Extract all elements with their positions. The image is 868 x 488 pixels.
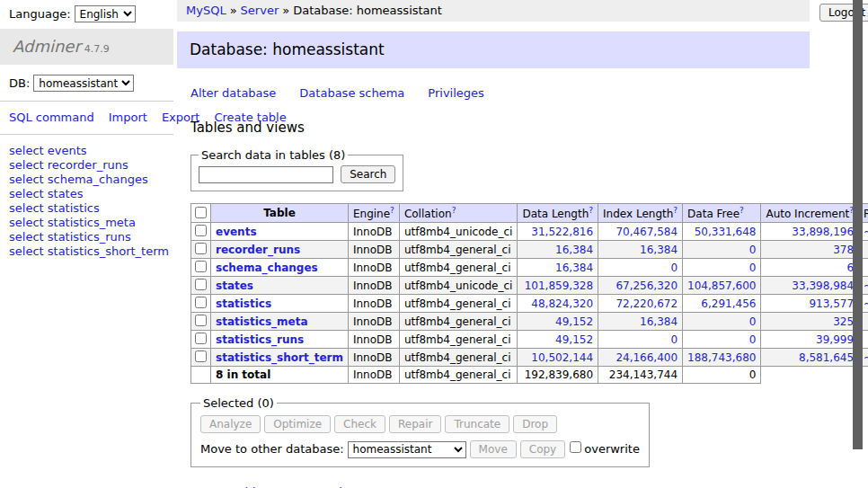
help-link[interactable]: ? — [390, 206, 394, 215]
database-action-link[interactable]: Database schema — [299, 86, 404, 100]
search-button[interactable]: Search — [341, 165, 395, 183]
scrollbar-thumb[interactable] — [853, 0, 863, 449]
check-button[interactable]: Check — [334, 415, 385, 433]
table-name-link[interactable]: statistics_short_term — [216, 351, 343, 364]
sidebar-select-table-link[interactable]: select schema_changes — [9, 173, 163, 187]
data-length-cell: 49,152 — [518, 331, 598, 349]
data-free-cell: 6,291,456 — [683, 295, 761, 313]
sidebar-select-table-link[interactable]: select statistics_short_term — [9, 244, 163, 259]
total-row: 8 in totalInnoDButf8mb4_general_ci192,83… — [191, 367, 868, 384]
collation-cell: utf8mb4_general_ci — [399, 313, 518, 331]
index-length-cell: 16,384 — [598, 313, 683, 331]
language-label: Language: — [9, 7, 71, 21]
database-action-link[interactable]: Alter database — [190, 86, 276, 100]
column-header-auto-increment: Auto Increment? — [761, 204, 859, 223]
db-select[interactable]: homeassistant — [33, 75, 134, 92]
help-link[interactable]: ? — [740, 206, 744, 215]
column-header-label: Auto Increment — [766, 208, 849, 220]
engine-cell: InnoDB — [348, 313, 399, 331]
sidebar-select-table-link[interactable]: select states — [9, 187, 163, 201]
selected-buttons-row: AnalyzeOptimizeCheckRepairTruncateDrop — [200, 415, 640, 433]
engine-cell: InnoDB — [348, 223, 399, 241]
optimize-button[interactable]: Optimize — [264, 415, 331, 433]
table-name-cell: statistics_runs — [211, 331, 349, 349]
sidebar-select-table-link[interactable]: select statistics — [9, 201, 163, 216]
row-checkbox[interactable] — [195, 279, 207, 290]
table-name-cell: statistics — [211, 295, 349, 313]
collation-cell: utf8mb4_unicode_ci — [399, 223, 518, 241]
auto-increment-cell: 33,898,196 — [761, 223, 859, 241]
total-label-cell: 8 in total — [211, 367, 349, 384]
data-length-cell: 49,152 — [518, 313, 598, 331]
auto-increment-cell: 8,581,645 — [761, 349, 859, 367]
table-name-link[interactable]: recorder_runs — [216, 244, 300, 256]
total-blank-cell — [761, 367, 859, 384]
engine-cell: InnoDB — [348, 349, 399, 367]
data-length-cell: 101,859,328 — [518, 277, 598, 295]
help-link[interactable]: ? — [452, 206, 456, 215]
help-link[interactable]: ? — [673, 206, 678, 215]
data-length-cell: 48,824,320 — [518, 295, 598, 313]
sidebar-action-link[interactable]: Import — [109, 111, 147, 124]
table-row: statistics_short_termInnoDButf8mb4_gener… — [191, 349, 868, 367]
data-free-cell: 50,331,648 — [683, 223, 761, 241]
select-all-checkbox[interactable] — [195, 207, 207, 218]
scrollbar-track[interactable] — [853, 0, 863, 488]
search-legend: Search data in tables (8) — [199, 148, 348, 162]
copy-button[interactable]: Copy — [520, 440, 565, 458]
database-links: Alter databaseDatabase schemaPrivileges — [190, 86, 810, 100]
language-select[interactable]: English — [75, 5, 136, 22]
sidebar-select-table-link[interactable]: select statistics_runs — [9, 230, 163, 244]
sidebar-select-table-link[interactable]: select recorder_runs — [9, 158, 163, 173]
app-version: 4.7.9 — [84, 43, 110, 55]
total-empty-cell — [191, 367, 211, 384]
sidebar-action-link[interactable]: SQL command — [9, 111, 94, 124]
table-name-link[interactable]: events — [216, 226, 257, 238]
row-checkbox[interactable] — [195, 333, 207, 344]
row-checkbox-cell — [191, 331, 211, 349]
data-length-cell: 10,502,144 — [518, 349, 598, 367]
column-header-label: Index Length — [603, 208, 673, 220]
auto-increment-cell: 6 — [761, 259, 859, 277]
table-name-link[interactable]: states — [216, 279, 253, 292]
truncate-button[interactable]: Truncate — [445, 415, 509, 433]
move-database-select[interactable]: homeassistant — [348, 441, 466, 458]
help-link[interactable]: ? — [589, 206, 593, 215]
breadcrumb-separator: » — [230, 4, 237, 17]
breadcrumb-link[interactable]: Server — [241, 4, 279, 17]
column-header-table: Table — [211, 204, 349, 223]
database-action-link[interactable]: Privileges — [428, 86, 484, 100]
collation-cell: utf8mb4_general_ci — [399, 331, 518, 349]
column-header-collation: Collation? — [399, 204, 518, 223]
db-label: DB: — [9, 76, 30, 90]
auto-increment-cell: 39,999 — [761, 331, 859, 349]
analyze-button[interactable]: Analyze — [200, 415, 261, 433]
auto-increment-cell: 378 — [761, 241, 859, 259]
column-header-label: Data Free — [687, 208, 740, 220]
total-index-length-cell: 234,143,744 — [598, 367, 683, 384]
sidebar-select-table-link[interactable]: select statistics_meta — [9, 216, 163, 230]
repair-button[interactable]: Repair — [389, 415, 441, 433]
row-checkbox[interactable] — [195, 297, 207, 308]
tables-table-body: eventsInnoDButf8mb4_unicode_ci31,522,816… — [191, 223, 868, 384]
row-checkbox[interactable] — [195, 261, 207, 272]
table-name-link[interactable]: statistics_runs — [216, 333, 304, 346]
overwrite-checkbox[interactable] — [570, 441, 581, 453]
column-header-label: Rows — [864, 208, 868, 220]
table-name-link[interactable]: statistics — [216, 297, 271, 310]
row-checkbox-cell — [191, 313, 211, 331]
table-name-link[interactable]: statistics_meta — [216, 315, 308, 328]
drop-button[interactable]: Drop — [513, 415, 557, 433]
row-checkbox[interactable] — [195, 225, 207, 236]
engine-cell: InnoDB — [348, 331, 399, 349]
row-checkbox[interactable] — [195, 315, 207, 326]
row-checkbox[interactable] — [195, 243, 207, 254]
row-checkbox[interactable] — [195, 350, 207, 362]
breadcrumb-link[interactable]: MySQL — [186, 4, 226, 17]
table-name-link[interactable]: schema_changes — [216, 262, 318, 274]
sidebar-select-table-link[interactable]: select events — [9, 144, 163, 158]
search-input[interactable] — [199, 166, 333, 183]
move-button[interactable]: Move — [470, 440, 517, 458]
data-free-cell: 0 — [683, 331, 761, 349]
header-row: TableEngine?Collation?Data Length?Index … — [191, 204, 868, 223]
